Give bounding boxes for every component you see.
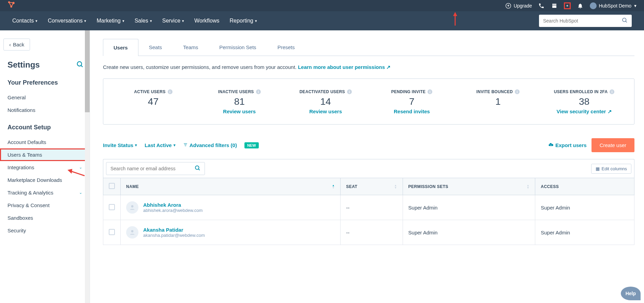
- settings-title: Settings: [8, 60, 40, 70]
- review-inactive-link[interactable]: Review users: [196, 109, 283, 114]
- table-toolbar: ▦ Edit columns: [103, 159, 634, 178]
- chevron-down-icon: ▾: [182, 19, 184, 23]
- search-icon: [194, 165, 200, 172]
- avatar-icon: [126, 226, 138, 239]
- user-name-link[interactable]: Akansha Patidar: [143, 227, 205, 233]
- cell-permission-set: Super Admin: [403, 195, 535, 220]
- col-name[interactable]: NAME▲▼: [121, 178, 341, 195]
- avatar-icon: [126, 201, 138, 214]
- tab-teams[interactable]: Teams: [173, 39, 209, 56]
- learn-more-link[interactable]: Learn more about user permissions ↗: [298, 64, 391, 70]
- upgrade-link[interactable]: Upgrade: [505, 2, 532, 9]
- notifications-bell-icon[interactable]: [577, 2, 584, 9]
- export-users-link[interactable]: Export users: [548, 142, 587, 148]
- row-checkbox[interactable]: [109, 229, 115, 235]
- stat-2fa-users: USERS ENROLLED IN 2FAi 38 View security …: [541, 88, 627, 115]
- main-content: Users Seats Teams Permission Sets Preset…: [90, 30, 644, 303]
- back-button[interactable]: ‹ Back: [3, 39, 30, 50]
- settings-search-icon[interactable]: [76, 60, 84, 69]
- annotation-arrow-gear: [450, 12, 469, 22]
- sidebar-item-privacy-consent[interactable]: Privacy & Consent: [0, 199, 90, 212]
- filters-row: Invite Status ▾ Last Active ▾ Advanced f…: [103, 138, 634, 152]
- sort-icon: ▲▼: [527, 184, 529, 189]
- search-input[interactable]: [543, 18, 621, 24]
- table-row[interactable]: Akansha Patidar akansha.patidar@webdew.c…: [103, 220, 634, 245]
- sidebar-item-account-defaults[interactable]: Account Defaults: [0, 136, 90, 148]
- sidebar-item-sandboxes[interactable]: Sandboxes: [0, 212, 90, 224]
- sort-icon: ▲▼: [394, 184, 397, 189]
- advanced-filters-link[interactable]: Advanced filters (0): [183, 142, 237, 148]
- external-link-icon: ↗: [608, 109, 612, 114]
- filter-invite-status[interactable]: Invite Status ▾: [103, 142, 137, 148]
- sidebar-item-users-teams[interactable]: Users & Teams: [0, 148, 90, 161]
- col-seat[interactable]: SEAT▲▼: [341, 178, 403, 195]
- stat-active-users: ACTIVE USERSi 47: [110, 88, 196, 115]
- account-label: HubSpot Demo: [599, 3, 631, 9]
- info-icon[interactable]: i: [610, 89, 614, 94]
- cell-access: Super Admin: [535, 195, 634, 220]
- marketplace-icon[interactable]: [551, 2, 558, 9]
- svg-marker-9: [68, 169, 72, 174]
- svg-point-7: [77, 62, 82, 66]
- topbar: Upgrade HubSpot Demo ▼: [0, 0, 644, 11]
- nav-service[interactable]: Service▾: [162, 18, 184, 24]
- cell-seat: --: [341, 195, 403, 220]
- nav-contacts[interactable]: Contacts▾: [12, 18, 38, 24]
- scrollbar[interactable]: [85, 30, 90, 303]
- row-checkbox[interactable]: [109, 204, 115, 210]
- chevron-down-icon: ⌄: [79, 190, 82, 195]
- info-icon[interactable]: i: [515, 89, 520, 94]
- create-user-button[interactable]: Create user: [591, 138, 634, 152]
- resend-invites-link[interactable]: Resend invites: [369, 109, 455, 114]
- tab-permission-sets[interactable]: Permission Sets: [209, 39, 267, 56]
- col-access[interactable]: ACCESS: [535, 178, 634, 195]
- info-icon[interactable]: i: [256, 89, 261, 94]
- stats-card: ACTIVE USERSi 47 INACTIVE USERSi 81 Revi…: [103, 78, 634, 125]
- global-search[interactable]: [539, 15, 632, 27]
- phone-icon[interactable]: [538, 2, 545, 9]
- table-search[interactable]: [106, 162, 205, 175]
- filter-last-active[interactable]: Last Active ▾: [145, 142, 175, 148]
- nav-reporting[interactable]: Reporting▾: [230, 18, 257, 24]
- tab-presets[interactable]: Presets: [267, 39, 305, 56]
- tab-users[interactable]: Users: [103, 39, 138, 56]
- view-security-center-link[interactable]: View security center ↗: [541, 109, 627, 115]
- stat-invite-bounced: INVITE BOUNCEDi 1: [455, 88, 541, 115]
- chevron-down-icon: ▾: [122, 19, 124, 23]
- table-search-input[interactable]: [110, 166, 194, 171]
- info-icon[interactable]: i: [168, 89, 173, 94]
- help-button[interactable]: Help: [621, 287, 641, 300]
- review-deactivated-link[interactable]: Review users: [283, 109, 369, 114]
- upgrade-icon: [505, 2, 512, 9]
- svg-point-15: [131, 230, 134, 232]
- info-icon[interactable]: i: [428, 89, 432, 94]
- table-row[interactable]: Abhishek Arora abhishek.arora@webdew.com…: [103, 195, 634, 220]
- info-icon[interactable]: i: [347, 89, 352, 94]
- tabs: Users Seats Teams Permission Sets Preset…: [103, 39, 634, 56]
- intro-text: Create new users, customize user permiss…: [103, 64, 634, 70]
- chevron-down-icon: ▾: [84, 19, 86, 23]
- nav-sales[interactable]: Sales▾: [135, 18, 152, 24]
- user-email: abhishek.arora@webdew.com: [143, 208, 203, 213]
- cell-seat: --: [341, 220, 403, 245]
- avatar-icon: [590, 2, 597, 9]
- settings-sidebar: ‹ Back Settings Your Preferences General…: [0, 30, 90, 303]
- hubspot-logo-icon[interactable]: [7, 0, 16, 11]
- user-name-link[interactable]: Abhishek Arora: [143, 202, 203, 208]
- sidebar-item-general[interactable]: General: [0, 91, 90, 104]
- sidebar-item-security[interactable]: Security: [0, 224, 90, 237]
- main-nav: Contacts▾ Conversations▾ Marketing▾ Sale…: [0, 11, 644, 30]
- nav-conversations[interactable]: Conversations▾: [48, 18, 86, 24]
- settings-gear-icon[interactable]: [564, 2, 571, 9]
- sidebar-item-tracking-analytics[interactable]: Tracking & Analytics⌄: [0, 186, 90, 199]
- col-permission-sets[interactable]: PERMISSION SETS▲▼: [403, 178, 535, 195]
- svg-line-8: [70, 171, 85, 176]
- account-menu[interactable]: HubSpot Demo ▼: [590, 2, 637, 9]
- nav-workflows[interactable]: Workflows: [194, 18, 220, 24]
- nav-marketing[interactable]: Marketing▾: [96, 18, 124, 24]
- edit-columns-button[interactable]: ▦ Edit columns: [591, 164, 631, 174]
- sidebar-item-notifications[interactable]: Notifications: [0, 104, 90, 116]
- svg-point-6: [623, 18, 626, 22]
- tab-seats[interactable]: Seats: [138, 39, 173, 56]
- select-all-header[interactable]: [103, 178, 121, 195]
